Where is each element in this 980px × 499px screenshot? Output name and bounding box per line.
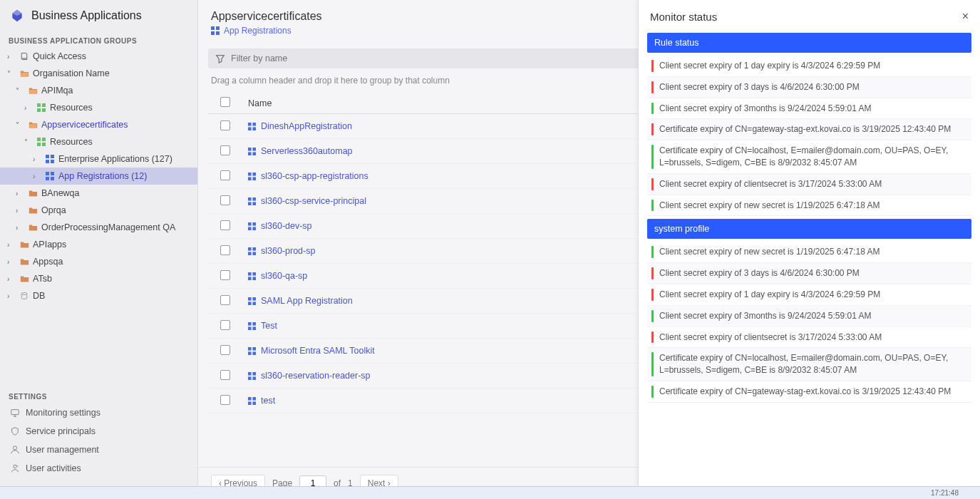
- tree-item[interactable]: ›Resources: [0, 99, 197, 116]
- tree-item-label: DB: [33, 291, 193, 301]
- tree-item[interactable]: ›DB: [0, 287, 197, 304]
- header-checkbox-col: [208, 97, 242, 109]
- svg-rect-38: [248, 202, 252, 205]
- app-registration-icon: [248, 297, 256, 305]
- svg-rect-14: [46, 177, 49, 180]
- row-name-link[interactable]: sl360-csp-service-principal: [261, 196, 366, 206]
- row-checkbox[interactable]: [220, 370, 230, 380]
- status-color-bar: [651, 352, 654, 376]
- tree-item[interactable]: ›App Registrations (12): [0, 168, 197, 185]
- status-row-text: Client secret expiry of 1 day expiry is …: [659, 60, 967, 72]
- status-color-bar: [651, 200, 654, 212]
- panel-section-header: system profile: [647, 219, 971, 239]
- row-checkbox[interactable]: [220, 245, 230, 255]
- tree-item[interactable]: ›Appsqa: [0, 253, 197, 270]
- settings-item[interactable]: User activities: [0, 459, 197, 478]
- status-color-bar: [651, 246, 654, 258]
- folder-open-icon: [28, 120, 38, 130]
- close-icon: ×: [962, 10, 969, 22]
- chevron-right-icon: ›: [7, 241, 16, 249]
- svg-rect-48: [248, 272, 252, 276]
- svg-rect-20: [211, 26, 215, 30]
- row-checkbox[interactable]: [220, 195, 230, 205]
- row-checkbox-cell: [208, 270, 242, 282]
- chevron-right-icon: ›: [7, 275, 16, 283]
- tree-item-label: Enterprise Applications (127): [58, 154, 193, 164]
- row-checkbox[interactable]: [220, 270, 230, 280]
- row-checkbox[interactable]: [220, 220, 230, 230]
- status-row: Certificate expiry of CN=localhost, E=ma…: [647, 140, 971, 174]
- tree-item-label: APIMqa: [41, 86, 193, 96]
- app-registration-icon: [248, 347, 256, 355]
- folder-open-icon: [19, 68, 29, 78]
- sidebar-settings: SETTINGS Monitoring settingsService prin…: [0, 383, 197, 482]
- app-registration-icon: [248, 372, 256, 380]
- row-name-link[interactable]: sl360-dev-sp: [261, 221, 312, 231]
- row-name-link[interactable]: sl360-reservation-reader-sp: [261, 371, 371, 381]
- row-name-link[interactable]: DineshAppRegistration: [261, 121, 352, 131]
- tree-item[interactable]: ˅Appservicecertificates: [0, 116, 197, 133]
- row-name-link[interactable]: sl360-prod-sp: [261, 246, 315, 256]
- row-checkbox[interactable]: [220, 170, 230, 180]
- chevron-right-icon: ›: [7, 292, 16, 300]
- row-name-link[interactable]: SAML App Registration: [261, 296, 353, 306]
- tree-item[interactable]: ›ATsb: [0, 270, 197, 287]
- status-row-text: Certificate expiry of CN=localhost, E=ma…: [659, 145, 967, 169]
- status-row-text: Certificate expiry of CN=localhost, E=ma…: [659, 352, 967, 376]
- select-all-checkbox[interactable]: [220, 97, 230, 107]
- tree-item[interactable]: ›BAnewqa: [0, 185, 197, 202]
- row-name-link[interactable]: sl360-csp-app-registrations: [261, 171, 368, 181]
- row-checkbox-cell: [208, 220, 242, 232]
- chevron-down-icon: ˅: [16, 121, 24, 129]
- svg-rect-23: [216, 31, 220, 35]
- status-row: Client secret expiry of clientsecret is …: [647, 174, 971, 195]
- svg-rect-24: [248, 123, 252, 126]
- tree-item-label: ATsb: [33, 274, 193, 284]
- row-name-link[interactable]: Test: [261, 321, 277, 331]
- svg-rect-52: [248, 297, 252, 301]
- settings-item[interactable]: Monitoring settings: [0, 403, 197, 422]
- status-row-text: Client secret expiry of clientsecret is …: [659, 331, 967, 344]
- book-icon: [19, 51, 29, 61]
- filter-icon: [215, 53, 225, 63]
- tree-item[interactable]: ˅Resources: [0, 133, 197, 150]
- row-name-link[interactable]: Serverless360automap: [261, 146, 353, 156]
- status-row: Client secret expiry of 1 day expiry is …: [647, 56, 971, 77]
- settings-item[interactable]: User management: [0, 441, 197, 459]
- os-taskbar: 17:21:48: [0, 486, 980, 499]
- row-checkbox[interactable]: [220, 120, 230, 130]
- sidebar-settings-label: SETTINGS: [0, 387, 197, 403]
- tree-item[interactable]: ˅APIMqa: [0, 82, 197, 99]
- svg-point-18: [13, 446, 16, 450]
- settings-item[interactable]: Service principals: [0, 422, 197, 441]
- svg-rect-59: [252, 326, 256, 330]
- row-checkbox[interactable]: [220, 320, 230, 330]
- settings-item-label: Monitoring settings: [26, 408, 100, 418]
- row-name-link[interactable]: sl360-qa-sp: [261, 271, 307, 281]
- row-name-link[interactable]: Microsoft Entra SAML Toolkit: [261, 346, 375, 356]
- tree-item[interactable]: ›Quick Access: [0, 48, 197, 65]
- status-color-bar: [651, 289, 654, 301]
- row-name-link[interactable]: test: [261, 396, 275, 406]
- svg-rect-61: [252, 347, 256, 351]
- svg-rect-30: [248, 152, 252, 155]
- row-checkbox[interactable]: [220, 395, 230, 405]
- row-checkbox[interactable]: [220, 295, 230, 305]
- settings-item-label: User management: [26, 445, 99, 455]
- panel-close-button[interactable]: ×: [962, 10, 969, 23]
- tree-item[interactable]: ˅Organisation Name: [0, 65, 197, 82]
- status-row-text: Client secret expiry of 3months is 9/24/…: [659, 103, 967, 115]
- svg-rect-21: [216, 26, 220, 30]
- status-row-text: Client secret expiry of clientsecret is …: [659, 178, 967, 190]
- tree-item[interactable]: ›Enterprise Applications (127): [0, 150, 197, 168]
- tree-item[interactable]: ›APIapps: [0, 236, 197, 253]
- svg-rect-65: [252, 372, 256, 376]
- tree-item[interactable]: ›OrderProcessingManagement QA: [0, 219, 197, 236]
- row-checkbox[interactable]: [220, 345, 230, 355]
- row-checkbox[interactable]: [220, 145, 230, 155]
- tree-item[interactable]: ›Oprqa: [0, 202, 197, 219]
- svg-point-19: [14, 465, 16, 468]
- svg-rect-41: [252, 222, 256, 226]
- settings-item-label: Service principals: [26, 426, 96, 436]
- svg-rect-35: [252, 177, 256, 180]
